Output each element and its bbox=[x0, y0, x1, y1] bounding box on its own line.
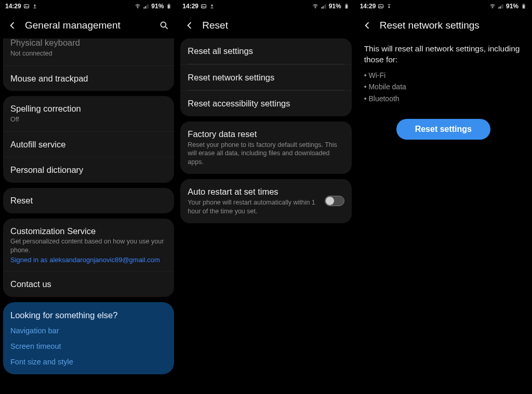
svg-point-1 bbox=[25, 5, 26, 6]
tip-link-font-size[interactable]: Font size and style bbox=[10, 358, 167, 366]
svg-point-15 bbox=[315, 8, 315, 8]
settings-list: Physical keyboard Not connected Mouse an… bbox=[0, 38, 177, 394]
svg-rect-2 bbox=[33, 8, 36, 8]
status-time: 14:29 bbox=[360, 3, 376, 10]
item-auto-restart[interactable]: Auto restart at set times Your phone wil… bbox=[180, 179, 351, 223]
item-mouse-trackpad[interactable]: Mouse and trackpad bbox=[3, 65, 174, 91]
status-bar: 14:29 91% bbox=[0, 0, 177, 12]
svg-rect-6 bbox=[147, 5, 148, 9]
signed-in-link[interactable]: Signed in as aleksandarognjanovic89@gmai… bbox=[10, 256, 167, 264]
reset-network-list: Wi-Fi Mobile data Bluetooth bbox=[355, 65, 532, 104]
item-reset-network-settings[interactable]: Reset network settings bbox=[180, 64, 351, 90]
svg-rect-16 bbox=[321, 7, 322, 9]
svg-rect-18 bbox=[324, 5, 325, 9]
svg-rect-5 bbox=[145, 6, 146, 9]
status-bar: 14:29 91% bbox=[355, 0, 532, 12]
status-bar: 14:29 91% bbox=[177, 0, 354, 12]
item-factory-data-reset[interactable]: Factory data reset Reset your phone to i… bbox=[180, 121, 351, 174]
header: Reset bbox=[177, 12, 354, 38]
tip-title: Looking for something else? bbox=[10, 310, 167, 320]
svg-point-13 bbox=[202, 5, 203, 6]
settings-list: Reset all settings Reset network setting… bbox=[177, 38, 354, 394]
wifi-icon bbox=[312, 3, 318, 9]
header: General management bbox=[0, 12, 177, 38]
item-autofill-service[interactable]: Autofill service bbox=[3, 131, 174, 157]
svg-rect-22 bbox=[345, 5, 347, 8]
battery-icon bbox=[521, 3, 527, 9]
svg-point-26 bbox=[492, 8, 493, 8]
svg-rect-14 bbox=[211, 8, 214, 8]
wifi-icon bbox=[135, 3, 141, 9]
signal-icon bbox=[498, 3, 504, 9]
status-time: 14:29 bbox=[182, 3, 198, 10]
auto-restart-toggle[interactable] bbox=[325, 196, 344, 206]
page-title: Reset bbox=[202, 20, 228, 31]
bullet-bluetooth: Bluetooth bbox=[370, 93, 523, 104]
reset-network-description: This will reset all network settings, in… bbox=[355, 38, 532, 65]
item-reset-all-settings[interactable]: Reset all settings bbox=[180, 38, 351, 64]
header: Reset network settings bbox=[355, 12, 532, 38]
svg-rect-29 bbox=[501, 5, 502, 9]
signal-icon bbox=[143, 3, 149, 9]
bullet-wifi: Wi-Fi bbox=[370, 70, 523, 81]
screen-general-management: 14:29 91% bbox=[0, 0, 177, 394]
upload-icon bbox=[32, 3, 38, 9]
back-button[interactable] bbox=[7, 20, 18, 31]
status-battery-percent: 91% bbox=[329, 3, 341, 10]
svg-rect-21 bbox=[346, 4, 347, 4]
back-button[interactable] bbox=[184, 20, 195, 31]
item-customization-service[interactable]: Customization Service Get personalized c… bbox=[3, 219, 174, 271]
screen-reset: 14:29 91% Reset bbox=[177, 0, 354, 394]
item-spelling-correction[interactable]: Spelling correction Off bbox=[3, 96, 174, 131]
svg-rect-28 bbox=[500, 6, 501, 9]
tip-card: Looking for something else? Navigation b… bbox=[3, 302, 174, 374]
item-contact-us[interactable]: Contact us bbox=[3, 271, 174, 297]
signal-icon bbox=[321, 3, 327, 9]
page-title: General management bbox=[25, 20, 121, 31]
screen-reset-network: 14:29 91% Reset network settings This wi… bbox=[355, 0, 532, 394]
item-physical-keyboard[interactable]: Physical keyboard Not connected bbox=[3, 38, 174, 65]
item-reset-accessibility-settings[interactable]: Reset accessibility settings bbox=[180, 90, 351, 116]
upload-icon bbox=[209, 3, 215, 9]
svg-rect-9 bbox=[168, 4, 169, 4]
item-personal-dictionary[interactable]: Personal dictionary bbox=[3, 157, 174, 183]
svg-point-3 bbox=[138, 8, 138, 8]
status-time: 14:29 bbox=[5, 3, 21, 10]
tip-link-screen-timeout[interactable]: Screen timeout bbox=[10, 342, 167, 350]
svg-point-11 bbox=[161, 22, 166, 27]
image-icon bbox=[378, 3, 384, 9]
status-battery-percent: 91% bbox=[151, 3, 164, 10]
status-battery-percent: 91% bbox=[506, 3, 518, 10]
svg-rect-7 bbox=[148, 4, 149, 9]
reset-settings-button[interactable]: Reset settings bbox=[396, 119, 490, 140]
download-icon bbox=[386, 3, 392, 9]
svg-rect-32 bbox=[523, 4, 524, 4]
wifi-icon bbox=[489, 3, 496, 9]
svg-rect-19 bbox=[325, 4, 326, 9]
item-reset[interactable]: Reset bbox=[3, 188, 174, 213]
svg-rect-25 bbox=[388, 4, 391, 5]
svg-rect-30 bbox=[502, 4, 503, 9]
svg-rect-27 bbox=[498, 7, 499, 9]
svg-rect-33 bbox=[523, 5, 525, 8]
battery-icon bbox=[166, 3, 172, 9]
search-icon[interactable] bbox=[158, 20, 170, 31]
image-icon bbox=[201, 3, 207, 9]
svg-point-24 bbox=[380, 5, 381, 6]
battery-icon bbox=[343, 3, 350, 9]
back-button[interactable] bbox=[362, 20, 373, 31]
svg-rect-10 bbox=[168, 5, 170, 8]
tip-link-navigation-bar[interactable]: Navigation bar bbox=[10, 327, 167, 335]
svg-rect-4 bbox=[144, 7, 145, 9]
bullet-mobile-data: Mobile data bbox=[370, 81, 523, 92]
page-title: Reset network settings bbox=[380, 20, 480, 31]
svg-rect-17 bbox=[323, 6, 324, 9]
image-icon bbox=[23, 3, 30, 9]
